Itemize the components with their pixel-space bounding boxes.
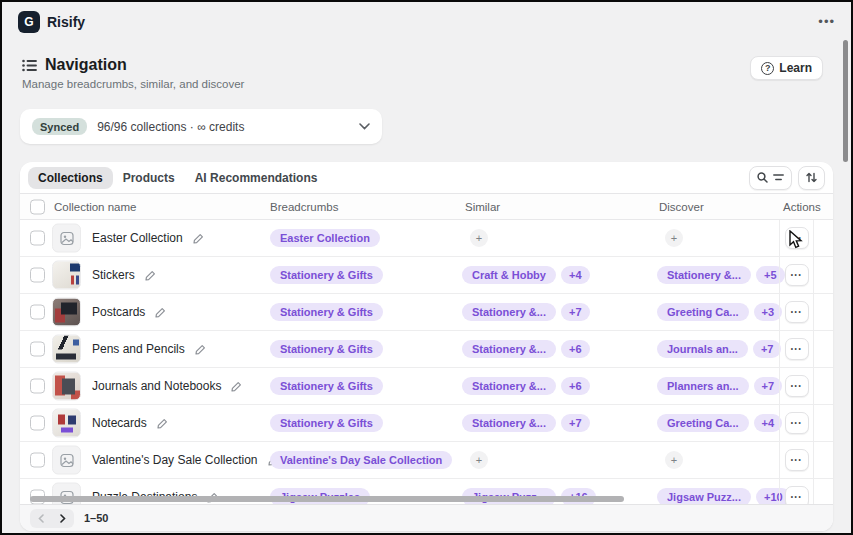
row-actions-button[interactable]: ••• <box>785 375 809 397</box>
tabs-bar: Collections Products AI Recommendations <box>20 162 833 194</box>
breadcrumb-pill[interactable]: Stationery & Gifts <box>270 340 383 358</box>
similar-pill[interactable]: Stationery &... <box>462 303 556 321</box>
column-discover: Discover <box>659 201 704 213</box>
row-actions-button[interactable]: ••• <box>785 301 809 323</box>
tab-products[interactable]: Products <box>113 167 185 189</box>
collection-thumbnail <box>52 224 81 253</box>
vertical-scrollbar[interactable] <box>843 40 848 162</box>
discover-more-pill[interactable]: +4 <box>754 414 783 432</box>
row-actions-button[interactable]: ••• <box>785 338 809 360</box>
table-row: Easter Collection Easter Collection + + … <box>20 220 833 257</box>
collection-name: Valentine's Day Sale Collection <box>92 453 258 467</box>
sort-icon <box>806 172 817 183</box>
discover-more-pill[interactable]: +7 <box>753 340 782 358</box>
edit-name-icon[interactable] <box>155 307 166 318</box>
page-subtitle: Manage breadcrumbs, similar, and discove… <box>22 78 244 90</box>
add-similar-button[interactable]: + <box>470 229 488 247</box>
discover-pill[interactable]: Journals an... <box>657 340 748 358</box>
add-discover-button[interactable]: + <box>665 229 683 247</box>
table-footer: 1–50 <box>20 504 833 531</box>
row-actions-button[interactable]: ••• <box>785 412 809 434</box>
similar-pill[interactable]: Stationery &... <box>462 377 556 395</box>
discover-pill[interactable]: Greeting Ca... <box>657 414 749 432</box>
add-discover-button[interactable]: + <box>665 451 683 469</box>
row-actions-button[interactable]: ••• <box>785 264 809 286</box>
collection-thumbnail <box>52 409 81 438</box>
row-checkbox[interactable] <box>30 231 45 246</box>
app-bar: G Risify ••• <box>2 2 851 42</box>
similar-pill[interactable]: Stationery &... <box>462 340 556 358</box>
learn-button[interactable]: ? Learn <box>750 56 823 80</box>
app-window: { "window": { "app_name": "Risify" }, "p… <box>0 0 853 535</box>
collection-thumbnail <box>52 261 81 290</box>
app-identity: G Risify <box>18 11 85 33</box>
similar-more-pill[interactable]: +6 <box>561 340 590 358</box>
breadcrumb-pill[interactable]: Stationery & Gifts <box>270 266 383 284</box>
sync-status-badge: Synced <box>32 118 87 135</box>
collection-name: Pens and Pencils <box>92 342 185 356</box>
horizontal-scrollbar[interactable] <box>30 496 624 502</box>
table-row: Postcards Stationery & Gifts Stationery … <box>20 294 833 331</box>
collection-name: Postcards <box>92 305 145 319</box>
edit-name-icon[interactable] <box>231 381 242 392</box>
discover-more-pill[interactable]: +7 <box>754 377 783 395</box>
similar-pill[interactable]: Stationery &... <box>462 414 556 432</box>
row-checkbox[interactable] <box>30 416 45 431</box>
page-title: Navigation <box>45 56 127 74</box>
collection-name: Stickers <box>92 268 135 282</box>
search-icon <box>757 172 768 183</box>
breadcrumb-pill[interactable]: Stationery & Gifts <box>270 414 383 432</box>
edit-name-icon[interactable] <box>195 344 206 355</box>
row-checkbox[interactable] <box>30 379 45 394</box>
tab-collections[interactable]: Collections <box>28 167 113 189</box>
row-actions-button[interactable]: ••• <box>785 449 809 471</box>
row-checkbox[interactable] <box>30 453 45 468</box>
tab-ai-recommendations[interactable]: AI Recommendations <box>185 167 328 189</box>
next-page-button[interactable] <box>52 509 74 528</box>
image-placeholder-icon <box>60 453 74 467</box>
column-actions: Actions <box>783 201 821 213</box>
search-filter-button[interactable] <box>749 166 792 190</box>
row-checkbox[interactable] <box>30 305 45 320</box>
filter-icon <box>773 173 784 182</box>
column-collection-name: Collection name <box>54 201 136 213</box>
similar-more-pill[interactable]: +7 <box>561 414 590 432</box>
table-row: Journals and Notebooks Stationery & Gift… <box>20 368 833 405</box>
discover-more-pill[interactable]: +3 <box>754 303 783 321</box>
row-actions-button[interactable]: ••• <box>785 227 809 249</box>
edit-name-icon[interactable] <box>145 270 156 281</box>
sync-status-bar[interactable]: Synced 96/96 collections · ∞ credits <box>20 109 382 144</box>
breadcrumb-pill[interactable]: Valentine's Day Sale Collection <box>270 451 452 469</box>
discover-pill[interactable]: Greeting Ca... <box>657 303 749 321</box>
discover-pill[interactable]: Stationery &... <box>657 266 751 284</box>
edit-name-icon[interactable] <box>193 233 204 244</box>
edit-name-icon[interactable] <box>157 418 168 429</box>
breadcrumb-pill[interactable]: Stationery & Gifts <box>270 377 383 395</box>
table-body: Easter Collection Easter Collection + + … <box>20 220 833 516</box>
column-breadcrumbs: Breadcrumbs <box>270 201 338 213</box>
breadcrumb-pill[interactable]: Easter Collection <box>270 229 380 247</box>
prev-page-button[interactable] <box>30 509 52 528</box>
table-row: Notecards Stationery & Gifts Stationery … <box>20 405 833 442</box>
discover-pill[interactable]: Planners an... <box>657 377 749 395</box>
sort-button[interactable] <box>798 166 825 190</box>
collection-thumbnail <box>52 446 81 475</box>
column-similar: Similar <box>465 201 500 213</box>
row-checkbox[interactable] <box>30 342 45 357</box>
similar-more-pill[interactable]: +4 <box>561 266 590 284</box>
select-all-checkbox[interactable] <box>30 199 45 214</box>
chevron-down-icon[interactable] <box>359 123 370 130</box>
navigation-list-icon <box>22 59 37 72</box>
similar-more-pill[interactable]: +7 <box>561 303 590 321</box>
app-logo-icon: G <box>18 11 40 33</box>
collection-thumbnail <box>52 372 81 401</box>
add-similar-button[interactable]: + <box>470 451 488 469</box>
question-icon: ? <box>761 62 774 75</box>
row-checkbox[interactable] <box>30 268 45 283</box>
image-placeholder-icon <box>60 231 74 245</box>
similar-more-pill[interactable]: +6 <box>561 377 590 395</box>
similar-pill[interactable]: Craft & Hobby <box>462 266 556 284</box>
app-menu-kebab-icon[interactable]: ••• <box>818 18 835 26</box>
breadcrumb-pill[interactable]: Stationery & Gifts <box>270 303 383 321</box>
collection-thumbnail <box>52 298 81 327</box>
